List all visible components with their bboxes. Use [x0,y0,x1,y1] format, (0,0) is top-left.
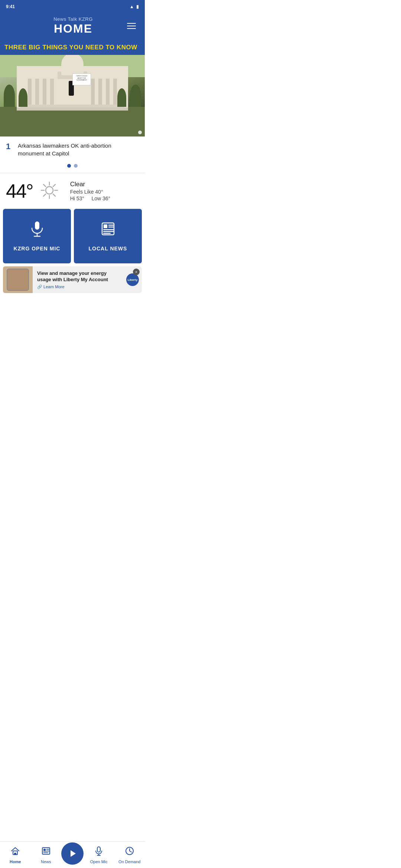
ad-title: View and manage your energy usage with L… [37,270,119,283]
breaking-banner: THREE BIG THINGS YOU NEED TO KNOW [0,41,145,55]
status-icons: ▲ ▮ [130,4,139,9]
svg-line-7 [53,184,55,187]
svg-rect-13 [104,224,107,228]
svg-point-0 [46,187,53,194]
pagination-dot-2[interactable] [74,164,78,168]
bottom-spacer [0,296,145,326]
weather-icon-wrap [40,181,59,201]
weather-temperature: 44° [6,181,33,201]
sun-icon [40,181,59,200]
weather-high-low: Hi 53° Low 36° [70,195,139,201]
weather-feels-like: Feels Like 40° [70,189,139,195]
hero-image[interactable]: I WISH I COULD ABORT THE GOVERNMENT [0,55,145,137]
status-time: 9:41 [6,4,15,9]
open-mic-label: KZRG OPEN MIC [14,246,61,251]
news-item-1[interactable]: 1 Arkansas lawmakers OK anti-abortion mo… [0,137,145,161]
menu-button[interactable] [125,22,137,30]
ad-image [3,266,33,293]
ad-logo-text: Liberty [128,278,138,282]
svg-rect-9 [35,221,39,230]
ad-link[interactable]: 🔗 Learn More [37,285,119,289]
building-backdrop: I WISH I COULD ABORT THE GOVERNMENT [0,55,145,137]
breaking-text: THREE BIG THINGS YOU NEED TO KNOW [4,44,140,51]
ad-content: View and manage your energy usage with L… [33,267,123,293]
mic-icon [29,221,45,240]
capitol-dome [61,55,84,75]
app-header: News Talk KZRG HOME [0,13,145,41]
protest-sign: I WISH I COULD ABORT THE GOVERNMENT [72,73,91,85]
pagination-dot-1[interactable] [67,164,71,168]
header-title: HOME [21,22,125,36]
weather-condition: Clear [70,181,139,188]
local-news-label: LOCAL NEWS [89,246,127,251]
hamburger-line-1 [127,23,136,24]
weather-details: Clear Feels Like 40° Hi 53° Low 36° [70,181,139,201]
svg-line-8 [43,194,46,196]
local-news-card[interactable]: LOCAL NEWS [74,209,142,263]
ad-close-icon: × [135,270,137,274]
hamburger-line-2 [127,26,136,26]
status-bar: 9:41 ▲ ▮ [0,0,145,13]
svg-line-6 [53,194,55,196]
pagination-dots [0,161,145,173]
hamburger-line-3 [127,28,136,29]
header-title-wrap: News Talk KZRG HOME [21,16,125,36]
weather-high: Hi 53° [70,195,84,201]
svg-line-5 [43,184,46,187]
weather-low: Low 36° [91,195,110,201]
news-item-headline: Arkansas lawmakers OK anti-abortion monu… [18,142,139,157]
battery-icon: ▮ [136,4,139,9]
advertisement-banner[interactable]: View and manage your energy usage with L… [3,266,142,293]
header-subtitle: News Talk KZRG [21,16,125,22]
ad-logo-circle: Liberty [126,273,139,286]
ground [0,107,145,137]
open-mic-card[interactable]: KZRG OPEN MIC [3,209,71,263]
weather-section[interactable]: 44° Clear Feels Like 40° Hi 53° Low 36° [0,173,145,209]
feature-cards: KZRG OPEN MIC LOCAL NEWS [0,209,145,266]
time-display: 9:41 [6,4,15,9]
news-item-number: 1 [6,142,13,151]
newspaper-icon [100,221,116,240]
wifi-icon: ▲ [130,4,134,9]
